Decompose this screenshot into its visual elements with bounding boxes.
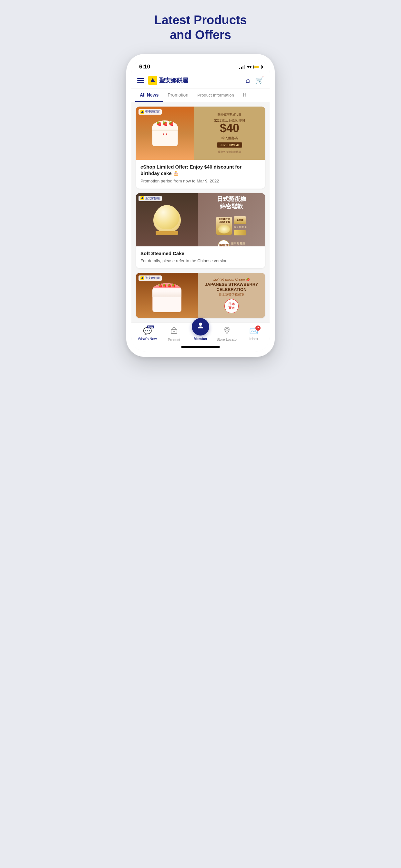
whats-new-icon: 💬 NEW: [143, 327, 152, 336]
news-card-3: 聖安娜餅屋 🍓🍓🍓🍓: [136, 273, 265, 318]
brand-logo-icon: [148, 76, 157, 85]
steamed-right: SOFT STEAMED CAKE 日式蒸蛋糕綿密鬆軟 聖安娜餅屋日式蒸蛋糕 新…: [198, 193, 265, 246]
whats-new-badge: NEW: [147, 326, 154, 329]
card-2-image: 聖安娜餅屋 SOFT STEAMED CAKE 日式蒸蛋糕綿密鬆軟: [136, 193, 265, 246]
phone-inner: 6:10 ▾▾: [131, 59, 270, 352]
battery-icon: [253, 65, 262, 69]
member-icon: [196, 321, 205, 333]
product-label: Product: [168, 338, 180, 342]
header-left: 聖安娜餅屋: [137, 76, 188, 85]
strawberry-right: Light Premium Cream 🍓 JAPANESE STRAWBERR…: [198, 273, 265, 318]
tab-more[interactable]: H: [239, 89, 251, 102]
home-icon[interactable]: ⌂: [246, 76, 250, 85]
news-card-2: 聖安娜餅屋 SOFT STEAMED CAKE 日式蒸蛋糕綿密鬆軟: [136, 193, 265, 268]
inbox-badge: 7: [255, 326, 260, 331]
tab-promotion[interactable]: Promotion: [163, 89, 193, 102]
signal-icon: [239, 65, 245, 69]
phone-shell: 6:10 ▾▾: [126, 54, 275, 357]
nav-whats-new[interactable]: 💬 NEW What's New: [134, 327, 160, 341]
steamed-cake-visual: [153, 207, 181, 232]
nav-store-locator[interactable]: Store Locator: [214, 327, 240, 341]
strawberry-left: 聖安娜餅屋 🍓🍓🍓🍓: [136, 273, 198, 318]
promo-badge: 限時優惠至3月9日: [218, 113, 241, 117]
brand-logo: 聖安娜餅屋: [148, 76, 188, 85]
svg-point-10: [226, 329, 228, 331]
card-1-title: eShop Limited Offer: Enjoy $40 discount …: [141, 164, 260, 177]
tab-product-info[interactable]: Product Information: [193, 89, 238, 102]
card-1-image: 聖安娜餅屋 🍓 🍓 🍓: [136, 106, 265, 160]
content-area: 聖安娜餅屋 🍓 🍓 🍓: [131, 102, 270, 322]
promo-section: 限時優惠至3月9日 $228或以上蛋糕 即減 $40 輸入優惠碼 LOVEHOM…: [194, 106, 265, 160]
card-3-image: 聖安娜餅屋 🍓🍓🍓🍓: [136, 273, 265, 318]
card-2-title: Soft Steamed Cake: [141, 250, 260, 257]
product-icon: [170, 326, 178, 337]
card-1-brand-watermark: 聖安娜餅屋: [138, 109, 162, 115]
status-time: 6:10: [139, 64, 150, 70]
steamed-left: 聖安娜餅屋: [136, 193, 198, 246]
tabs-bar: All News Promotion Product Information H: [131, 89, 270, 102]
promo-code: LOVEHOME40: [217, 143, 242, 148]
card-3-brand-watermark: 聖安娜餅屋: [138, 275, 162, 281]
hamburger-menu[interactable]: [137, 78, 144, 83]
home-indicator: [131, 344, 270, 352]
store-locator-label: Store Locator: [216, 337, 238, 341]
nav-inbox[interactable]: ✉️ 7 Inbox: [241, 327, 267, 341]
brand-name: 聖安娜餅屋: [159, 76, 188, 84]
notch: [180, 59, 221, 68]
header-right: ⌂ 🛒: [246, 76, 264, 85]
logo-svg: [150, 77, 156, 84]
wifi-icon: ▾▾: [247, 64, 251, 69]
whats-new-label: What's New: [138, 337, 157, 341]
home-indicator-bar: [181, 346, 220, 348]
svg-point-9: [174, 331, 175, 332]
page-title: Latest Products and Offers: [154, 13, 247, 42]
news-card-1: 聖安娜餅屋 🍓 🍓 🍓: [136, 106, 265, 189]
status-icons: ▾▾: [239, 64, 262, 69]
card-2-brand-watermark: 聖安娜餅屋: [138, 196, 162, 201]
card-1-desc: Promotion period from now to Mar 9, 2022: [141, 178, 260, 184]
card-2-desc: For details, please refer to the Chinese…: [141, 258, 260, 264]
tab-all-news[interactable]: All News: [135, 89, 163, 102]
page-wrapper: Latest Products and Offers 6:10 ▾▾: [117, 13, 284, 357]
app-header: 聖安娜餅屋 ⌂ 🛒: [131, 73, 270, 89]
bottom-nav: 💬 NEW What's New Product: [131, 322, 270, 344]
nav-product[interactable]: Product: [160, 326, 187, 342]
card-1-text: eShop Limited Offer: Enjoy $40 discount …: [136, 160, 265, 189]
cake-visual-1: 🍓 🍓 🍓 ● ●: [150, 120, 180, 146]
inbox-label: Inbox: [249, 337, 258, 341]
cart-icon[interactable]: 🛒: [255, 76, 264, 85]
store-locator-icon: [223, 327, 231, 336]
inbox-icon: ✉️ 7: [249, 327, 258, 336]
cake-section: 聖安娜餅屋 🍓 🍓 🍓: [136, 106, 194, 160]
nav-member[interactable]: Member: [187, 327, 214, 341]
card-2-text: Soft Steamed Cake For details, please re…: [136, 246, 265, 268]
member-center-btn[interactable]: [192, 318, 209, 336]
member-label: Member: [194, 337, 207, 341]
